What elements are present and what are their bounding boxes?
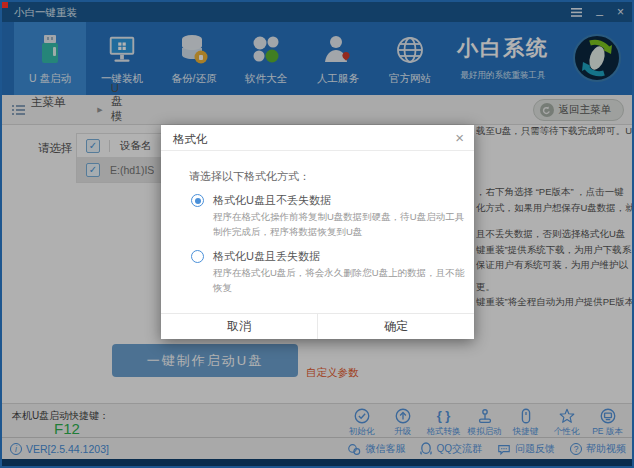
radio-keep-data-desc: 程序在格式化操作前将复制U盘数据到硬盘，待U盘启动工具制作完成后，程序将数据恢复… [213, 209, 465, 239]
dialog-close-icon[interactable]: × [455, 129, 464, 146]
radio-lose-data[interactable] [191, 250, 204, 263]
cancel-button[interactable]: 取消 [161, 314, 318, 339]
radio-lose-data-desc: 程序在格式化U盘后，将会永久删除您U盘上的数据，且不能恢复 [213, 265, 465, 295]
radio-keep-data[interactable] [191, 194, 204, 207]
corner-marker [2, 2, 8, 8]
radio-keep-data-label[interactable]: 格式化U盘且不丢失数据 [213, 193, 331, 208]
radio-lose-data-label[interactable]: 格式化U盘且丢失数据 [213, 249, 320, 264]
dialog-prompt: 请选择以下格式化方式： [189, 169, 310, 184]
confirm-button[interactable]: 确定 [318, 314, 474, 339]
format-dialog: 格式化 × 请选择以下格式化方式： 格式化U盘且不丢失数据 程序在格式化操作前将… [161, 125, 474, 339]
app-window: 小白一键重装 _ × U 盘启动 一键装机 [0, 0, 634, 468]
dialog-footer: 取消 确定 [161, 313, 474, 339]
dialog-header: 格式化 × [161, 125, 474, 151]
dialog-title: 格式化 [173, 132, 208, 147]
